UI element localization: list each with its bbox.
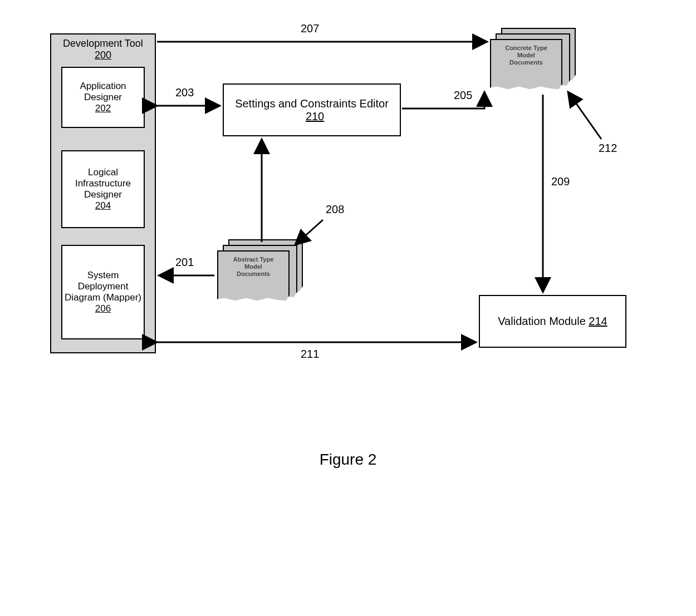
- label-201: 201: [175, 256, 194, 269]
- application-designer-box: Application Designer 202: [61, 67, 145, 128]
- deployment-title: System Deployment Diagram (Mapper): [65, 270, 141, 303]
- abstract-docs-stack: Abstract Type Model Documents: [217, 245, 306, 312]
- validation-module-box: Validation Module 214: [479, 295, 626, 348]
- label-207: 207: [301, 22, 319, 35]
- settings-editor-box: Settings and Constraints Editor 210: [223, 83, 401, 136]
- concrete-docs-line1: Concrete Type: [505, 45, 547, 52]
- label-209: 209: [551, 175, 570, 188]
- deployment-box: System Deployment Diagram (Mapper) 206: [61, 245, 145, 339]
- concrete-docs-front: Concrete Type Model Documents: [490, 39, 562, 92]
- validation-ref: 214: [589, 315, 607, 327]
- logical-infra-box: Logical Infrastructure Designer 204: [61, 150, 145, 228]
- dev-tool-title: Development Tool 200: [53, 38, 153, 61]
- label-211: 211: [301, 348, 319, 361]
- abstract-docs-line2: Model: [244, 263, 262, 270]
- label-203: 203: [175, 86, 194, 99]
- label-212: 212: [599, 142, 617, 155]
- abstract-docs-line3: Documents: [237, 270, 270, 278]
- app-designer-title: Application Designer: [65, 81, 141, 103]
- settings-editor-title: Settings and Constraints Editor: [235, 97, 389, 110]
- label-205: 205: [454, 89, 472, 102]
- development-tool-box: Development Tool 200 Application Designe…: [50, 33, 156, 353]
- concrete-docs-line3: Documents: [509, 59, 543, 66]
- deployment-ref: 206: [95, 303, 111, 314]
- figure-title: Figure 2: [0, 451, 696, 469]
- concrete-docs-line2: Model: [517, 52, 535, 59]
- concrete-docs-stack: Concrete Type Model Documents: [490, 33, 579, 100]
- logical-infra-title: Logical Infrastructure Designer: [65, 167, 141, 200]
- abstract-docs-front: Abstract Type Model Documents: [217, 250, 290, 303]
- validation-title: Validation Module: [498, 315, 586, 327]
- label-208: 208: [326, 203, 344, 216]
- abstract-docs-line1: Abstract Type: [233, 256, 274, 263]
- settings-editor-ref: 210: [306, 110, 324, 122]
- app-designer-ref: 202: [95, 103, 111, 114]
- logical-infra-ref: 204: [95, 200, 111, 211]
